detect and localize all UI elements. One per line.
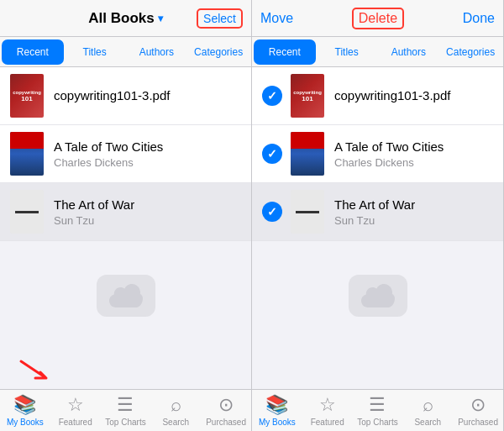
tab-categories-right[interactable]: Categories: [439, 39, 501, 65]
tab-titles-right[interactable]: Titles: [316, 39, 378, 65]
book-thumbnail-pdf-right: copywriting 101: [291, 74, 324, 118]
nav-label-purchased-right: Purchased: [458, 418, 498, 427]
dropdown-chevron[interactable]: ▾: [158, 13, 163, 24]
nav-search-right[interactable]: ⌕ Search: [402, 390, 453, 431]
icloud-icon-right: [349, 275, 407, 317]
book-thumbnail-pdf: copywriting 101: [10, 74, 44, 118]
tab-authors-left[interactable]: Authors: [126, 39, 188, 65]
right-panel: Move Delete Done Recent Titles Authors C…: [252, 0, 504, 431]
list-item[interactable]: ✓ A Tale of Two Cities Charles Dickens: [252, 125, 503, 183]
nav-label-featured-right: Featured: [311, 418, 344, 427]
book-author: Charles Dickens: [54, 156, 241, 169]
all-books-label: All Books: [88, 10, 154, 27]
right-book-list: ✓ copywriting 101 copywriting101-3.pdf ✓: [252, 67, 503, 389]
book-title: copywriting101-3.pdf: [334, 87, 493, 104]
left-header: All Books ▾ Select: [0, 0, 251, 37]
book-title: A Tale of Two Cities: [334, 139, 493, 155]
book-title: The Art of War: [54, 197, 241, 213]
icloud-icon: [97, 275, 155, 317]
nav-featured-left[interactable]: ☆ Featured: [50, 390, 101, 431]
nav-label-search: Search: [162, 418, 189, 427]
purchased-icon: ⊙: [218, 394, 234, 416]
tab-titles-left[interactable]: Titles: [64, 39, 126, 65]
nav-top-charts-left[interactable]: ☰ Top Charts: [101, 390, 151, 431]
list-item[interactable]: ✓ copywriting 101 copywriting101-3.pdf: [252, 67, 503, 125]
icloud-placeholder-right: [252, 241, 503, 350]
nav-label-purchased: Purchased: [206, 418, 246, 427]
right-tab-bar: Recent Titles Authors Categories: [252, 37, 503, 67]
nav-featured-right[interactable]: ☆ Featured: [302, 390, 353, 431]
tab-recent-right[interactable]: Recent: [254, 39, 316, 65]
arrow-indicator: [17, 357, 50, 386]
list-item[interactable]: The Art of War Sun Tzu: [0, 183, 251, 241]
book-title: copywriting101-3.pdf: [54, 87, 241, 104]
checkmark-icon: ✓: [267, 147, 277, 160]
nav-label-search-right: Search: [414, 418, 441, 427]
book-thumbnail-tale: [10, 132, 44, 176]
delete-button[interactable]: Delete: [352, 8, 404, 29]
checkmark-icon: ✓: [267, 89, 277, 102]
nav-label-my-books-right: My Books: [259, 418, 296, 427]
right-header: Move Delete Done: [252, 0, 503, 37]
nav-my-books-right[interactable]: 📚 My Books: [252, 390, 302, 431]
book-title: The Art of War: [334, 197, 493, 213]
book-author: Charles Dickens: [334, 156, 493, 169]
book-thumbnail-war-right: [291, 190, 324, 234]
search-icon-right: ⌕: [423, 394, 433, 416]
my-books-icon: 📚: [13, 394, 36, 416]
book-thumbnail-war: [10, 190, 44, 234]
nav-my-books-left[interactable]: 📚 My Books: [0, 390, 50, 431]
tab-recent-left[interactable]: Recent: [2, 39, 64, 65]
select-circle-war[interactable]: ✓: [262, 202, 282, 222]
select-button[interactable]: Select: [197, 8, 243, 29]
book-title: A Tale of Two Cities: [54, 139, 241, 155]
nav-purchased-right[interactable]: ⊙ Purchased: [453, 390, 503, 431]
right-bottom-nav: 📚 My Books ☆ Featured ☰ Top Charts ⌕ Sea…: [252, 389, 503, 431]
select-circle-pdf[interactable]: ✓: [262, 86, 282, 106]
nav-label-top-charts: Top Charts: [105, 418, 145, 427]
left-tab-bar: Recent Titles Authors Categories: [0, 37, 251, 67]
icloud-placeholder: [0, 241, 251, 350]
left-book-list: copywriting 101 copywriting101-3.pdf A T…: [0, 67, 251, 389]
book-author: Sun Tzu: [54, 214, 241, 227]
tab-authors-right[interactable]: Authors: [378, 39, 440, 65]
left-panel: All Books ▾ Select Recent Titles Authors…: [0, 0, 252, 431]
list-item[interactable]: copywriting 101 copywriting101-3.pdf: [0, 67, 251, 125]
nav-label-top-charts-right: Top Charts: [357, 418, 397, 427]
top-charts-icon: ☰: [117, 394, 134, 416]
search-icon: ⌕: [171, 394, 181, 416]
done-button[interactable]: Done: [463, 11, 495, 26]
nav-search-left[interactable]: ⌕ Search: [150, 390, 201, 431]
featured-icon-right: ☆: [319, 394, 336, 416]
top-charts-icon-right: ☰: [369, 394, 386, 416]
left-header-title: All Books ▾: [88, 10, 162, 27]
list-item[interactable]: ✓ The Art of War Sun Tzu: [252, 183, 503, 241]
nav-label-my-books: My Books: [7, 418, 44, 427]
list-item[interactable]: A Tale of Two Cities Charles Dickens: [0, 125, 251, 183]
nav-purchased-left[interactable]: ⊙ Purchased: [201, 390, 251, 431]
tab-categories-left[interactable]: Categories: [187, 39, 249, 65]
move-button[interactable]: Move: [260, 11, 293, 26]
checkmark-icon: ✓: [267, 205, 277, 218]
featured-icon: ☆: [67, 394, 84, 416]
nav-label-featured: Featured: [59, 418, 92, 427]
book-author: Sun Tzu: [334, 214, 493, 227]
purchased-icon-right: ⊙: [470, 394, 486, 416]
my-books-icon-right: 📚: [265, 394, 288, 416]
left-bottom-nav: 📚 My Books ☆ Featured ☰ Top Charts ⌕ Sea…: [0, 389, 251, 431]
nav-top-charts-right[interactable]: ☰ Top Charts: [353, 390, 403, 431]
select-circle-tale[interactable]: ✓: [262, 144, 282, 164]
book-thumbnail-tale-right: [291, 132, 324, 176]
